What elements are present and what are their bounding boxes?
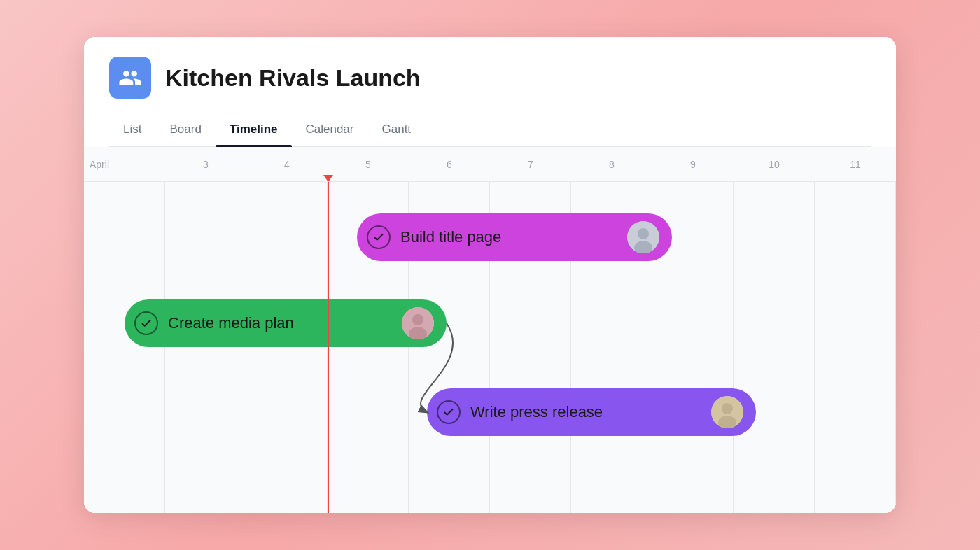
date-label-6: 8	[571, 159, 652, 170]
tab-board[interactable]: Board	[155, 115, 215, 146]
tab-gantt[interactable]: Gantt	[368, 115, 426, 146]
grid-col-2	[246, 182, 328, 513]
today-line	[328, 182, 329, 513]
check-icon-press-release	[437, 400, 461, 424]
timeline-grid: Build title page Create med	[84, 182, 896, 513]
task-bar-build-title-page[interactable]: Build title page	[357, 213, 672, 261]
grid-col-8	[734, 182, 815, 513]
header: Kitchen Rivals Launch List Board Timelin…	[84, 37, 896, 147]
project-name: Kitchen Rivals Launch	[165, 64, 421, 92]
grid-col-1	[165, 182, 246, 513]
timeline-area: April34567891011	[84, 147, 896, 513]
tab-timeline[interactable]: Timeline	[216, 115, 292, 146]
today-arrow	[323, 175, 333, 182]
project-title-row: Kitchen Rivals Launch	[109, 57, 871, 99]
team-icon	[118, 66, 142, 90]
svg-point-1	[638, 228, 649, 239]
date-label-2: 4	[246, 159, 328, 170]
check-icon-build-title	[367, 225, 391, 249]
task-bar-create-media-plan[interactable]: Create media plan	[125, 299, 447, 347]
main-card: Kitchen Rivals Launch List Board Timelin…	[84, 37, 896, 513]
task-label-media-plan: Create media plan	[168, 314, 392, 332]
nav-tabs: List Board Timeline Calendar Gantt	[109, 115, 871, 147]
grid-col-0	[84, 182, 165, 513]
task-label-press-release: Write press release	[470, 403, 701, 421]
date-label-4: 6	[409, 159, 490, 170]
svg-point-7	[722, 403, 733, 414]
date-label-3: 5	[328, 159, 409, 170]
tab-list[interactable]: List	[109, 115, 155, 146]
avatar-build-title	[627, 221, 659, 253]
date-label-0: April	[84, 159, 165, 170]
task-label-build-title: Build title page	[400, 228, 617, 246]
date-label-9: 11	[815, 159, 896, 170]
date-label-7: 9	[652, 159, 734, 170]
date-label-8: 10	[734, 159, 815, 170]
check-icon-media-plan	[134, 311, 158, 335]
task-bar-write-press-release[interactable]: Write press release	[427, 388, 756, 436]
date-label-5: 7	[490, 159, 571, 170]
svg-point-4	[412, 314, 424, 325]
grid-col-9	[815, 182, 896, 513]
date-label-1: 3	[165, 159, 246, 170]
project-icon	[109, 57, 151, 99]
date-ruler: April34567891011	[84, 147, 896, 182]
avatar-press-release	[711, 396, 743, 428]
tab-calendar[interactable]: Calendar	[292, 115, 368, 146]
avatar-media-plan	[402, 307, 434, 339]
